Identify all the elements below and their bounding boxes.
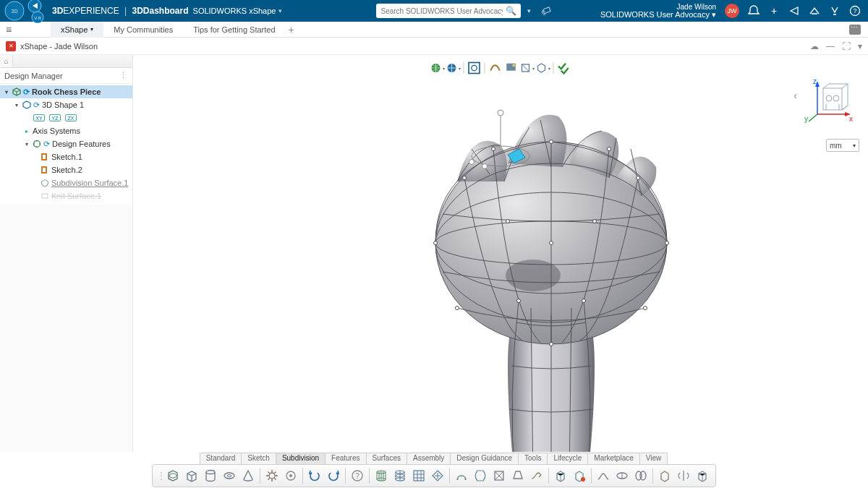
undo-icon[interactable] bbox=[306, 467, 323, 484]
toolbar-grip[interactable]: ⋮⋮ bbox=[157, 471, 163, 481]
box-tool-icon[interactable] bbox=[552, 467, 569, 484]
extrude-icon[interactable] bbox=[509, 467, 527, 484]
fit-icon[interactable] bbox=[467, 61, 482, 75]
menu-icon[interactable]: ≡ bbox=[0, 24, 17, 35]
tree-sketch1[interactable]: Sketch.1 bbox=[0, 150, 132, 163]
loft-icon[interactable] bbox=[490, 467, 508, 484]
box-add-icon[interactable] bbox=[571, 467, 588, 484]
mirror-icon[interactable] bbox=[632, 467, 650, 484]
unit-selector[interactable]: mm▾ bbox=[826, 139, 859, 152]
cage-cylinder2-icon[interactable] bbox=[391, 467, 409, 484]
triad-collapse-icon[interactable]: ‹ bbox=[793, 90, 797, 101]
user-block[interactable]: Jade Wilson SOLIDWORKS User Advocacy ▾ bbox=[600, 3, 716, 19]
primitive-torus-icon[interactable] bbox=[221, 467, 238, 484]
home-icon[interactable] bbox=[829, 5, 841, 17]
share-icon[interactable] bbox=[788, 5, 800, 17]
compass-widget[interactable]: 3D V.R bbox=[3, 0, 48, 22]
tree-design-features[interactable]: ▾ ⟳ Design Features bbox=[0, 137, 132, 150]
tab-xshape[interactable]: xShape▾ bbox=[51, 22, 103, 38]
tab-tips[interactable]: Tips for Getting Started bbox=[183, 22, 285, 38]
bend-icon[interactable] bbox=[453, 467, 470, 484]
symmetry-icon[interactable] bbox=[675, 467, 692, 484]
plane-xy-icon[interactable]: XY bbox=[33, 114, 45, 121]
svg-point-55 bbox=[227, 475, 231, 477]
search-input[interactable] bbox=[380, 7, 503, 15]
knife-icon[interactable] bbox=[613, 467, 631, 484]
settings2-icon[interactable] bbox=[282, 467, 299, 484]
tree-subdiv-surface[interactable]: Subdivision Surface.1 bbox=[0, 176, 132, 189]
select-tool-icon[interactable] bbox=[694, 467, 711, 484]
cloud-icon[interactable]: ☁ bbox=[810, 41, 819, 51]
render-icon[interactable] bbox=[504, 61, 519, 75]
tree-axis-systems[interactable]: ▸ Axis Systems bbox=[0, 124, 132, 137]
dashboard-bar: ≡ xShape▾ My Communities Tips for Gettin… bbox=[0, 22, 868, 38]
svg-point-43 bbox=[550, 241, 553, 245]
tree-planes[interactable]: XY YZ ZX bbox=[0, 111, 132, 124]
help-icon[interactable]: ? bbox=[849, 5, 861, 17]
tree-root[interactable]: ▾ ⟳ Rook Chess Piece bbox=[0, 85, 132, 98]
svg-point-51 bbox=[482, 164, 488, 169]
redo-icon[interactable] bbox=[325, 467, 342, 484]
checkmarks-icon[interactable] bbox=[557, 61, 571, 75]
plane-yz-icon[interactable]: YZ bbox=[49, 114, 61, 121]
svg-point-41 bbox=[517, 299, 521, 303]
primitive-box-icon[interactable] bbox=[183, 467, 200, 484]
notification-icon[interactable] bbox=[748, 5, 760, 17]
3d-viewport[interactable]: ▾ ▾ ▾ ▾ ‹ z x y bbox=[133, 55, 868, 468]
settings-gear-icon[interactable] bbox=[263, 467, 281, 484]
toolbar-tab-design-guidance[interactable]: Design Guidance bbox=[450, 453, 519, 464]
svg-point-68 bbox=[581, 477, 585, 481]
axis-x-label: x bbox=[849, 115, 853, 123]
3d-model[interactable] bbox=[363, 77, 739, 468]
globe2-icon[interactable]: ▾ bbox=[446, 61, 461, 75]
minimize-icon[interactable]: — bbox=[826, 41, 835, 51]
toolbar-tab-standard[interactable]: Standard bbox=[200, 453, 242, 464]
add-tab-icon[interactable]: + bbox=[289, 24, 294, 35]
tree-sketch2[interactable]: Sketch.2 bbox=[0, 163, 132, 176]
view-triad[interactable]: z x y bbox=[804, 77, 855, 127]
search-scope-dropdown[interactable]: ▾ bbox=[522, 7, 535, 14]
globe-icon[interactable]: ▾ bbox=[430, 61, 445, 75]
chat-icon[interactable] bbox=[849, 25, 861, 35]
cage-diamond-icon[interactable] bbox=[429, 467, 446, 484]
tag-icon[interactable]: 🏷 bbox=[540, 4, 553, 18]
toolbar-tab-tools[interactable]: Tools bbox=[518, 453, 548, 464]
collaborate-icon[interactable] bbox=[809, 5, 820, 17]
toolbar-tab-view[interactable]: View bbox=[639, 453, 668, 464]
tree-knit-surface[interactable]: Knit Surface.1 bbox=[0, 189, 132, 202]
tree-3dshape[interactable]: ▾ ⟳ 3D Shape 1 bbox=[0, 98, 132, 111]
search-icon[interactable]: 🔍 bbox=[506, 6, 516, 16]
app-dropdown[interactable]: SOLIDWORKS xShape▾ bbox=[193, 7, 283, 15]
toolbar-tab-features[interactable]: Features bbox=[325, 453, 366, 464]
cage-grid-icon[interactable] bbox=[410, 467, 427, 484]
primitive-cylinder-icon[interactable] bbox=[202, 467, 219, 484]
tree-view-icon[interactable]: ⌂ bbox=[0, 55, 13, 67]
panel-grip[interactable] bbox=[13, 55, 132, 67]
toolbar-tab-assembly[interactable]: Assembly bbox=[407, 453, 451, 464]
chevron-down-icon[interactable]: ▾ bbox=[858, 41, 862, 51]
sweep-icon[interactable] bbox=[528, 467, 545, 484]
plane-zx-icon[interactable]: ZX bbox=[65, 114, 77, 121]
toolbar-tab-surfaces[interactable]: Surfaces bbox=[366, 453, 407, 464]
help2-icon[interactable]: ? bbox=[349, 467, 366, 484]
panel-menu-icon[interactable]: ⋮ bbox=[119, 71, 128, 80]
tab-communities[interactable]: My Communities bbox=[103, 22, 183, 38]
cage-cylinder-icon[interactable] bbox=[373, 467, 390, 484]
crease-icon[interactable] bbox=[595, 467, 612, 484]
toolbar-tab-sketch[interactable]: Sketch bbox=[241, 453, 276, 464]
add-icon[interactable]: + bbox=[768, 5, 780, 17]
toolbar-tab-subdivision[interactable]: Subdivision bbox=[276, 453, 326, 464]
search-box[interactable]: 🔍 bbox=[376, 4, 521, 18]
display-mode-icon[interactable] bbox=[488, 61, 503, 75]
avatar[interactable]: JW bbox=[725, 4, 739, 18]
toolbar-tab-marketplace[interactable]: Marketplace bbox=[587, 453, 639, 464]
revolve-icon[interactable] bbox=[472, 467, 489, 484]
primitive-sphere-icon[interactable] bbox=[164, 467, 182, 484]
fullscreen-icon[interactable]: ⛶ bbox=[842, 41, 851, 51]
toolbar-tab-lifecycle[interactable]: Lifecycle bbox=[547, 453, 588, 464]
section-icon[interactable]: ▾ bbox=[520, 61, 535, 75]
box-icon[interactable]: ▾ bbox=[536, 61, 550, 75]
primitive-cone-icon[interactable] bbox=[239, 467, 257, 484]
convert-box-icon[interactable] bbox=[656, 467, 673, 484]
svg-point-71 bbox=[640, 471, 646, 480]
